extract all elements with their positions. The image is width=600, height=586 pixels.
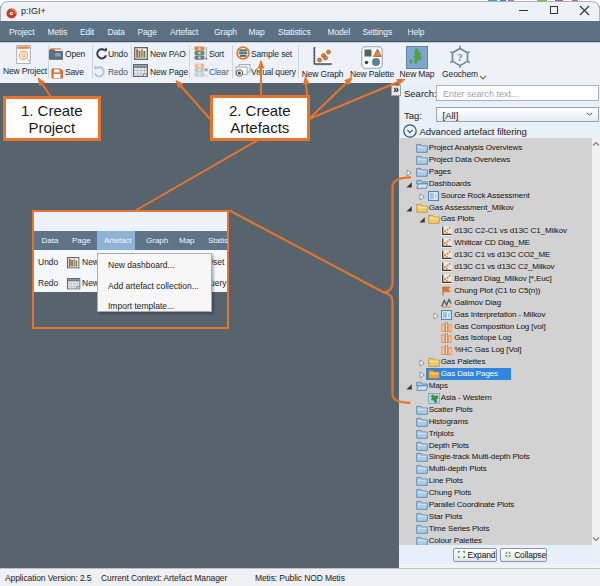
svg-text:?: ? (457, 51, 463, 63)
